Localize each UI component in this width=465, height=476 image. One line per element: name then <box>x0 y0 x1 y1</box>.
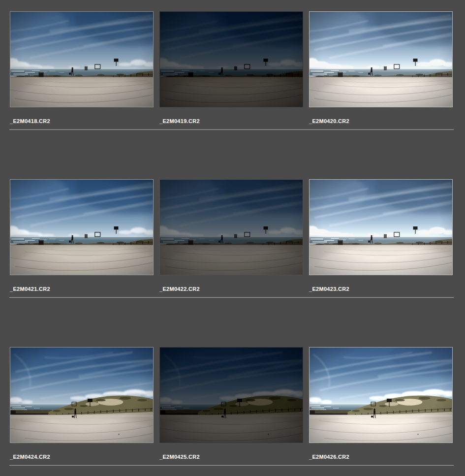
photo-thumbnail[interactable] <box>159 11 303 107</box>
thumbnail-grid-row: _E2M0421.CR2 _E2M0422.CR2 _E2M0423.CR2 <box>10 179 452 292</box>
photo-filename[interactable]: _E2M0421.CR2 <box>10 286 154 292</box>
photo-cell: _E2M0418.CR2 <box>10 11 154 124</box>
photo-cell: _E2M0424.CR2 <box>10 347 154 460</box>
photo-filename[interactable]: _E2M0420.CR2 <box>309 118 453 124</box>
beach-photo-image <box>160 12 303 107</box>
photo-filename[interactable]: _E2M0422.CR2 <box>159 286 303 292</box>
beach-photo-image <box>160 180 303 275</box>
beach-photo-image <box>310 180 452 275</box>
photo-thumbnail[interactable] <box>159 179 303 275</box>
photo-filename[interactable]: _E2M0425.CR2 <box>159 454 303 460</box>
row-divider <box>9 297 454 298</box>
photo-filename[interactable]: _E2M0426.CR2 <box>309 454 453 460</box>
photo-cell: _E2M0420.CR2 <box>309 11 453 124</box>
photo-thumbnail[interactable] <box>309 11 453 107</box>
photo-cell: _E2M0426.CR2 <box>309 347 453 460</box>
photo-thumbnail[interactable] <box>309 347 453 443</box>
beach-photo-image <box>310 12 452 107</box>
photo-cell: _E2M0425.CR2 <box>159 347 303 460</box>
photo-cell: _E2M0423.CR2 <box>309 179 453 292</box>
photo-cell: _E2M0422.CR2 <box>159 179 303 292</box>
photo-thumbnail[interactable] <box>10 11 154 107</box>
beach-photo-image <box>10 12 153 107</box>
beach-photo-image <box>160 348 303 443</box>
thumbnail-grid-row: _E2M0418.CR2 _E2M0419.CR2 _E2M0420.CR2 <box>10 11 452 124</box>
photo-filename[interactable]: _E2M0418.CR2 <box>10 118 154 124</box>
photo-thumbnail[interactable] <box>10 179 154 275</box>
photo-cell: _E2M0421.CR2 <box>10 179 154 292</box>
row-divider <box>9 465 454 466</box>
beach-photo-image <box>310 348 452 443</box>
row-divider <box>9 129 454 130</box>
photo-filename[interactable]: _E2M0423.CR2 <box>309 286 453 292</box>
photo-thumbnail[interactable] <box>10 347 154 443</box>
photo-cell: _E2M0419.CR2 <box>159 11 303 124</box>
beach-photo-image <box>10 348 153 443</box>
thumbnail-grid: _E2M0418.CR2 _E2M0419.CR2 _E2M0420.CR2 _… <box>0 0 465 466</box>
photo-thumbnail[interactable] <box>309 179 453 275</box>
photo-filename[interactable]: _E2M0424.CR2 <box>10 454 154 460</box>
thumbnail-grid-row: _E2M0424.CR2 _E2M0425.CR2 _E2M0426.CR2 <box>10 347 452 460</box>
beach-photo-image <box>10 180 153 275</box>
photo-filename[interactable]: _E2M0419.CR2 <box>159 118 303 124</box>
photo-thumbnail[interactable] <box>159 347 303 443</box>
